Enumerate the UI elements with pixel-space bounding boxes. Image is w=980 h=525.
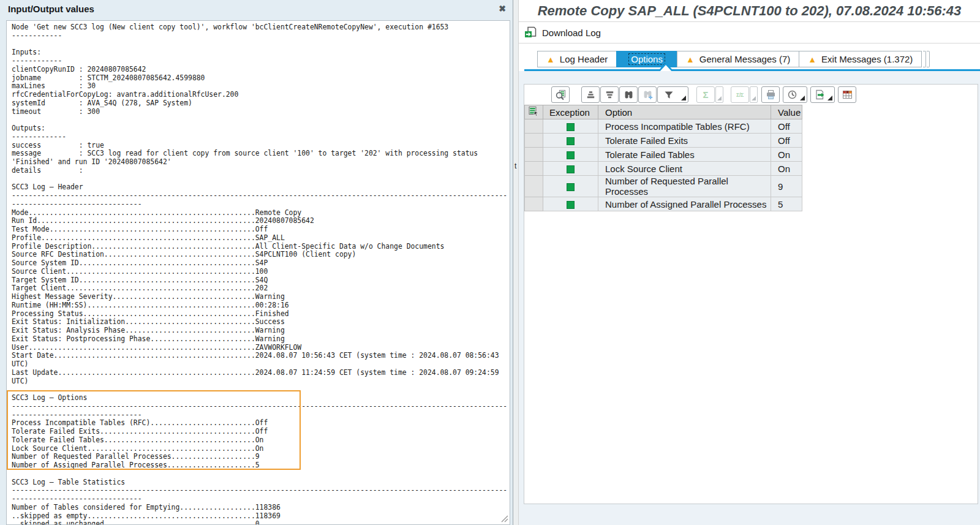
download-log-button[interactable]: Download Log xyxy=(542,28,601,38)
status-green-icon xyxy=(567,151,575,159)
status-green-icon xyxy=(567,183,575,191)
status-green-icon xyxy=(567,165,575,173)
download-row: Download Log xyxy=(519,22,980,43)
dialog-title: Input/Output values xyxy=(8,0,94,18)
log-text: Node 'Get new SCC3 log (New client copy … xyxy=(7,21,510,525)
find-next-icon xyxy=(643,89,653,100)
sum-icon: Σ xyxy=(703,89,708,100)
dropdown-corner-icon xyxy=(681,96,686,100)
sort-descending-button[interactable] xyxy=(600,86,619,103)
tab-stack-decoration xyxy=(922,51,930,67)
tab-strip: ▲ Log Header Options ▲ General Messages … xyxy=(519,43,980,71)
table-row[interactable]: Tolerate Failed Exits Off xyxy=(525,134,802,148)
print-button[interactable] xyxy=(761,86,780,103)
tab-general-messages[interactable]: ▲ General Messages (7) xyxy=(677,51,799,67)
dropdown-corner-icon xyxy=(717,96,722,100)
table-row[interactable]: Number of Requested Parallel Processes 9 xyxy=(525,176,802,197)
table-header-row: Exception Option Value xyxy=(525,105,802,119)
sort-descending-icon xyxy=(605,89,615,100)
panel-title-row: Remote Copy SAP_ALL (S4PCLNT100 to 202),… xyxy=(519,0,980,22)
warning-icon: ▲ xyxy=(546,55,555,64)
input-output-dialog: Input/Output values ✖ Node 'Get new SCC3… xyxy=(0,0,513,525)
remote-copy-log-panel: Remote Copy SAP_ALL (S4PCLNT100 to 202),… xyxy=(518,0,980,525)
subtotal-button[interactable]: Σ/Σ xyxy=(731,86,749,103)
select-all-header-cell[interactable] xyxy=(525,105,543,119)
alv-toolbar: Σ Σ/Σ xyxy=(524,85,978,103)
tab-log-header[interactable]: ▲ Log Header xyxy=(537,51,617,67)
column-header-exception[interactable]: Exception xyxy=(543,105,598,119)
dropdown-corner-icon xyxy=(752,96,756,100)
tab-content: Σ Σ/Σ xyxy=(519,71,980,525)
log-textarea[interactable]: Node 'Get new SCC3 log (New client copy … xyxy=(6,20,510,525)
table-row[interactable]: Tolerate Failed Tables On xyxy=(525,148,802,162)
row-select-cell[interactable] xyxy=(525,197,543,211)
table-row[interactable]: Process Incompatible Tables (RFC) Off xyxy=(525,119,802,134)
dropdown-corner-icon xyxy=(800,96,805,100)
panel-title: Remote Copy SAP_ALL (S4PCLNT100 to 202),… xyxy=(538,3,962,19)
close-icon[interactable]: ✖ xyxy=(497,3,508,14)
status-green-icon xyxy=(567,123,575,131)
print-icon xyxy=(766,89,776,100)
warning-icon: ▲ xyxy=(808,55,816,64)
views-button[interactable] xyxy=(783,86,807,103)
export-icon xyxy=(815,89,825,100)
row-select-cell[interactable] xyxy=(525,148,543,162)
column-header-option[interactable]: Option xyxy=(598,105,771,119)
details-icon xyxy=(555,89,566,100)
status-green-icon xyxy=(567,137,575,145)
row-select-cell[interactable] xyxy=(525,119,543,134)
background-text-fragment: t xyxy=(514,162,516,170)
table-row[interactable]: Number of Assigned Parallel Processes 5 xyxy=(525,197,802,211)
filter-button[interactable] xyxy=(657,86,688,103)
resize-grip-icon[interactable] xyxy=(501,515,508,523)
sum-button[interactable]: Σ xyxy=(696,86,715,103)
tab-notch xyxy=(659,62,673,71)
views-icon xyxy=(787,89,797,100)
sort-ascending-button[interactable] xyxy=(581,86,600,103)
options-table: Exception Option Value Process Incompati… xyxy=(524,105,802,211)
layout-grid-icon xyxy=(842,89,853,100)
choose-layout-button[interactable] xyxy=(838,86,856,103)
filter-icon xyxy=(663,89,674,100)
subtotal-menu-button[interactable] xyxy=(750,86,758,103)
column-header-value[interactable]: Value xyxy=(771,105,802,119)
sort-ascending-icon xyxy=(586,89,596,100)
alv-grid-container: Σ Σ/Σ xyxy=(524,84,978,504)
row-select-cell[interactable] xyxy=(525,134,543,148)
row-select-cell[interactable] xyxy=(525,162,543,176)
sum-menu-button[interactable] xyxy=(715,86,723,103)
find-button[interactable] xyxy=(619,86,638,103)
table-row[interactable]: Lock Source Client On xyxy=(525,162,802,176)
warning-icon: ▲ xyxy=(686,55,695,64)
find-next-button[interactable] xyxy=(638,86,657,103)
dropdown-corner-icon xyxy=(827,96,832,100)
select-all-icon xyxy=(529,106,539,116)
tab-exit-messages[interactable]: ▲ Exit Messages (1.372) xyxy=(799,51,922,67)
download-log-icon xyxy=(524,26,537,39)
details-button[interactable] xyxy=(551,86,570,103)
find-icon xyxy=(624,89,634,100)
subtotal-icon: Σ/Σ xyxy=(736,92,744,98)
row-select-cell[interactable] xyxy=(525,176,543,197)
status-green-icon xyxy=(567,201,575,209)
export-button[interactable] xyxy=(810,86,835,103)
